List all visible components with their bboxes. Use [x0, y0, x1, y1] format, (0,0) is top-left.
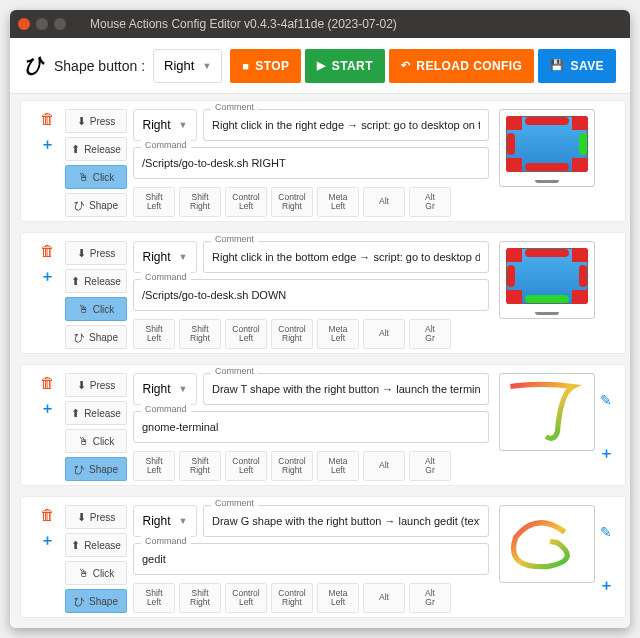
type-click-button[interactable]: 🖱 Click	[65, 165, 127, 189]
rule-fields: Right ▼ Comment Command ShiftLeftShiftRi…	[127, 241, 495, 349]
save-icon: 💾	[550, 59, 564, 72]
mouse-button-select[interactable]: Right ▼	[133, 241, 197, 273]
type-press-label: Press	[90, 248, 116, 259]
modifier-0[interactable]: ShiftLeft	[133, 319, 175, 349]
window-max-icon[interactable]	[54, 18, 66, 30]
command-input[interactable]	[133, 279, 489, 311]
type-press-button[interactable]: ⬇ Press	[65, 241, 127, 265]
modifier-3[interactable]: ControlRight	[271, 583, 313, 613]
modifier-4[interactable]: MetaLeft	[317, 451, 359, 481]
modifier-0[interactable]: ShiftLeft	[133, 583, 175, 613]
type-click-button[interactable]: 🖱 Click	[65, 561, 127, 585]
add-icon[interactable]: ＋	[597, 445, 615, 463]
window-title: Mouse Actions Config Editor v0.4.3-4af11…	[90, 17, 397, 31]
comment-input[interactable]	[203, 241, 489, 273]
add-icon[interactable]: ＋	[38, 267, 56, 285]
add-icon[interactable]: ＋	[38, 399, 56, 417]
type-release-button[interactable]: ⬆ Release	[65, 137, 127, 161]
modifier-6[interactable]: AltGr	[409, 451, 451, 481]
type-shape-label: Shape	[89, 200, 118, 211]
arrow-down-icon: ⬇	[77, 115, 86, 128]
mouse-button-select[interactable]: Right ▼	[133, 373, 197, 405]
type-release-button[interactable]: ⬆ Release	[65, 269, 127, 293]
save-button[interactable]: 💾SAVE	[538, 49, 616, 83]
modifier-2[interactable]: ControlLeft	[225, 583, 267, 613]
rule-left-actions: 🗑 ＋	[29, 505, 65, 613]
shape-preview	[499, 505, 595, 583]
trash-icon[interactable]: 🗑	[38, 241, 56, 259]
comment-input[interactable]	[203, 373, 489, 405]
command-input[interactable]	[133, 411, 489, 443]
type-column: ⬇ Press ⬆ Release 🖱 Click ひ Shape	[65, 241, 127, 349]
start-button[interactable]: ▶START	[305, 49, 385, 83]
rule-left-actions: 🗑 ＋	[29, 373, 65, 481]
mouse-icon: 🖱	[78, 303, 89, 315]
modifier-1[interactable]: ShiftRight	[179, 187, 221, 217]
comment-input[interactable]	[203, 505, 489, 537]
mouse-button-select[interactable]: Right ▼	[133, 505, 197, 537]
gesture-icon: ひ	[74, 594, 85, 609]
modifier-2[interactable]: ControlLeft	[225, 451, 267, 481]
mouse-button-select[interactable]: Right ▼	[133, 109, 197, 141]
command-input[interactable]	[133, 147, 489, 179]
modifier-3[interactable]: ControlRight	[271, 319, 313, 349]
modifier-0[interactable]: ShiftLeft	[133, 187, 175, 217]
modifier-6[interactable]: AltGr	[409, 583, 451, 613]
type-shape-button[interactable]: ひ Shape	[65, 589, 127, 613]
type-press-button[interactable]: ⬇ Press	[65, 373, 127, 397]
modifier-2[interactable]: ControlLeft	[225, 319, 267, 349]
command-input[interactable]	[133, 543, 489, 575]
gesture-icon: ひ	[74, 198, 85, 213]
shape-button-select[interactable]: Right▼	[153, 49, 222, 83]
modifier-4[interactable]: MetaLeft	[317, 319, 359, 349]
type-column: ⬇ Press ⬆ Release 🖱 Click ひ Shape	[65, 373, 127, 481]
modifier-5[interactable]: Alt	[363, 583, 405, 613]
modifier-1[interactable]: ShiftRight	[179, 583, 221, 613]
modifier-1[interactable]: ShiftRight	[179, 319, 221, 349]
window-close-icon[interactable]	[18, 18, 30, 30]
add-icon[interactable]: ＋	[38, 531, 56, 549]
modifier-6[interactable]: AltGr	[409, 187, 451, 217]
modifier-6[interactable]: AltGr	[409, 319, 451, 349]
monitor-icon	[506, 116, 588, 172]
stop-button[interactable]: ■STOP	[230, 49, 301, 83]
type-shape-button[interactable]: ひ Shape	[65, 325, 127, 349]
shape-path-icon	[500, 374, 594, 449]
mouse-button-value: Right	[143, 514, 171, 528]
type-press-button[interactable]: ⬇ Press	[65, 109, 127, 133]
type-release-button[interactable]: ⬆ Release	[65, 533, 127, 557]
type-press-button[interactable]: ⬇ Press	[65, 505, 127, 529]
comment-input[interactable]	[203, 109, 489, 141]
type-release-button[interactable]: ⬆ Release	[65, 401, 127, 425]
modifier-0[interactable]: ShiftLeft	[133, 451, 175, 481]
trash-icon[interactable]: 🗑	[38, 505, 56, 523]
modifier-5[interactable]: Alt	[363, 319, 405, 349]
modifier-4[interactable]: MetaLeft	[317, 187, 359, 217]
modifier-5[interactable]: Alt	[363, 187, 405, 217]
type-shape-button[interactable]: ひ Shape	[65, 457, 127, 481]
modifier-1[interactable]: ShiftRight	[179, 451, 221, 481]
trash-icon[interactable]: 🗑	[38, 373, 56, 391]
trash-icon[interactable]: 🗑	[38, 109, 56, 127]
edit-icon[interactable]: ✎	[600, 524, 612, 540]
rules-list: 🗑 ＋ ⬇ Press ⬆ Release 🖱 Click ひ	[10, 94, 630, 628]
reload-config-button[interactable]: ↶RELOAD CONFIG	[389, 49, 534, 83]
modifier-4[interactable]: MetaLeft	[317, 583, 359, 613]
type-press-label: Press	[90, 116, 116, 127]
window-min-icon[interactable]	[36, 18, 48, 30]
mouse-button-value: Right	[143, 118, 171, 132]
add-icon[interactable]: ＋	[597, 577, 615, 595]
modifier-2[interactable]: ControlLeft	[225, 187, 267, 217]
add-icon[interactable]: ＋	[38, 135, 56, 153]
comment-label: Comment	[211, 234, 258, 244]
edit-icon[interactable]: ✎	[600, 392, 612, 408]
type-click-button[interactable]: 🖱 Click	[65, 429, 127, 453]
type-shape-button[interactable]: ひ Shape	[65, 193, 127, 217]
modifier-3[interactable]: ControlRight	[271, 187, 313, 217]
shape-button-label: Shape button :	[54, 58, 145, 74]
type-click-label: Click	[93, 304, 115, 315]
mouse-icon: 🖱	[78, 567, 89, 579]
modifier-3[interactable]: ControlRight	[271, 451, 313, 481]
type-click-button[interactable]: 🖱 Click	[65, 297, 127, 321]
modifier-5[interactable]: Alt	[363, 451, 405, 481]
